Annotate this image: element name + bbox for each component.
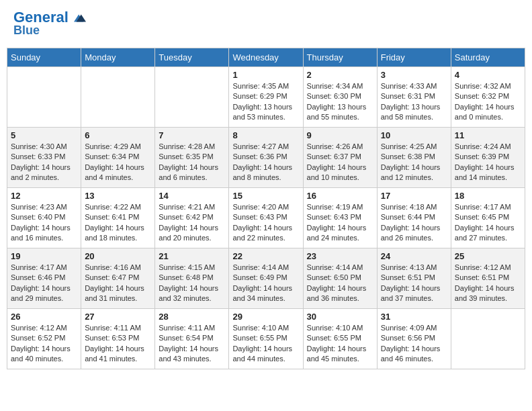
logo-icon: [74, 12, 86, 24]
weekday-header-saturday: Saturday: [451, 48, 525, 67]
day-number: 4: [455, 70, 521, 80]
day-cell: 27Sunrise: 4:11 AMSunset: 6:53 PMDayligh…: [81, 309, 155, 369]
day-cell: 3Sunrise: 4:33 AMSunset: 6:31 PMDaylight…: [377, 67, 451, 128]
week-row-5: 26Sunrise: 4:12 AMSunset: 6:52 PMDayligh…: [7, 309, 525, 369]
day-info: Sunrise: 4:21 AMSunset: 6:42 PMDaylight:…: [159, 202, 225, 244]
day-info: Sunrise: 4:29 AMSunset: 6:34 PMDaylight:…: [85, 142, 151, 183]
day-cell: [7, 67, 81, 128]
day-number: 15: [232, 191, 299, 201]
day-cell: 30Sunrise: 4:10 AMSunset: 6:55 PMDayligh…: [303, 309, 377, 369]
day-number: 22: [232, 251, 299, 261]
day-info: Sunrise: 4:09 AMSunset: 6:56 PMDaylight:…: [381, 323, 447, 365]
day-info: Sunrise: 4:26 AMSunset: 6:37 PMDaylight:…: [307, 142, 373, 183]
logo-blue: Blue: [13, 24, 86, 38]
day-number: 8: [232, 130, 299, 140]
week-row-1: 1Sunrise: 4:35 AMSunset: 6:29 PMDaylight…: [7, 67, 525, 128]
day-cell: 12Sunrise: 4:23 AMSunset: 6:40 PMDayligh…: [7, 188, 81, 248]
day-info: Sunrise: 4:30 AMSunset: 6:33 PMDaylight:…: [11, 142, 77, 183]
day-cell: 28Sunrise: 4:11 AMSunset: 6:54 PMDayligh…: [155, 309, 229, 369]
day-number: 28: [159, 312, 225, 322]
day-number: 2: [307, 70, 373, 80]
day-number: 17: [381, 191, 447, 201]
day-cell: 8Sunrise: 4:27 AMSunset: 6:36 PMDaylight…: [229, 128, 303, 188]
day-info: Sunrise: 4:20 AMSunset: 6:43 PMDaylight:…: [232, 202, 299, 244]
weekday-header-friday: Friday: [377, 48, 451, 67]
day-number: 12: [11, 191, 77, 201]
day-number: 10: [381, 130, 447, 140]
day-cell: 20Sunrise: 4:16 AMSunset: 6:47 PMDayligh…: [81, 248, 155, 309]
day-info: Sunrise: 4:14 AMSunset: 6:50 PMDaylight:…: [307, 263, 373, 304]
day-cell: [451, 309, 525, 369]
day-number: 11: [455, 130, 521, 140]
day-number: 21: [159, 251, 225, 261]
day-cell: 25Sunrise: 4:12 AMSunset: 6:51 PMDayligh…: [451, 248, 525, 309]
day-cell: 14Sunrise: 4:21 AMSunset: 6:42 PMDayligh…: [155, 188, 229, 248]
day-cell: 29Sunrise: 4:10 AMSunset: 6:55 PMDayligh…: [229, 309, 303, 369]
day-number: 16: [307, 191, 373, 201]
day-cell: 13Sunrise: 4:22 AMSunset: 6:41 PMDayligh…: [81, 188, 155, 248]
day-info: Sunrise: 4:17 AMSunset: 6:46 PMDaylight:…: [11, 263, 77, 304]
day-info: Sunrise: 4:16 AMSunset: 6:47 PMDaylight:…: [85, 263, 151, 304]
day-info: Sunrise: 4:33 AMSunset: 6:31 PMDaylight:…: [381, 81, 447, 123]
day-info: Sunrise: 4:18 AMSunset: 6:44 PMDaylight:…: [381, 202, 447, 244]
day-cell: 15Sunrise: 4:20 AMSunset: 6:43 PMDayligh…: [229, 188, 303, 248]
weekday-header-wednesday: Wednesday: [229, 48, 303, 67]
day-number: 9: [307, 130, 373, 140]
day-cell: 22Sunrise: 4:14 AMSunset: 6:49 PMDayligh…: [229, 248, 303, 309]
day-info: Sunrise: 4:19 AMSunset: 6:43 PMDaylight:…: [307, 202, 373, 244]
day-cell: 21Sunrise: 4:15 AMSunset: 6:48 PMDayligh…: [155, 248, 229, 309]
weekday-header-row: SundayMondayTuesdayWednesdayThursdayFrid…: [7, 48, 525, 67]
day-info: Sunrise: 4:25 AMSunset: 6:38 PMDaylight:…: [381, 142, 447, 183]
day-info: Sunrise: 4:15 AMSunset: 6:48 PMDaylight:…: [159, 263, 225, 304]
day-cell: [155, 67, 229, 128]
day-info: Sunrise: 4:24 AMSunset: 6:39 PMDaylight:…: [455, 142, 521, 183]
weekday-header-monday: Monday: [81, 48, 155, 67]
day-cell: 19Sunrise: 4:17 AMSunset: 6:46 PMDayligh…: [7, 248, 81, 309]
day-number: 25: [455, 251, 521, 261]
day-info: Sunrise: 4:10 AMSunset: 6:55 PMDaylight:…: [232, 323, 299, 365]
day-info: Sunrise: 4:27 AMSunset: 6:36 PMDaylight:…: [232, 142, 299, 183]
weekday-header-tuesday: Tuesday: [155, 48, 229, 67]
day-cell: 10Sunrise: 4:25 AMSunset: 6:38 PMDayligh…: [377, 128, 451, 188]
day-info: Sunrise: 4:12 AMSunset: 6:51 PMDaylight:…: [455, 263, 521, 304]
day-number: 7: [159, 130, 225, 140]
day-number: 27: [85, 312, 151, 322]
day-info: Sunrise: 4:23 AMSunset: 6:40 PMDaylight:…: [11, 202, 77, 244]
day-cell: 26Sunrise: 4:12 AMSunset: 6:52 PMDayligh…: [7, 309, 81, 369]
day-info: Sunrise: 4:10 AMSunset: 6:55 PMDaylight:…: [307, 323, 373, 365]
day-cell: 31Sunrise: 4:09 AMSunset: 6:56 PMDayligh…: [377, 309, 451, 369]
day-number: 30: [307, 312, 373, 322]
day-number: 20: [85, 251, 151, 261]
logo: General Blue: [13, 10, 86, 38]
day-number: 5: [11, 130, 77, 140]
week-row-2: 5Sunrise: 4:30 AMSunset: 6:33 PMDaylight…: [7, 128, 525, 188]
week-row-4: 19Sunrise: 4:17 AMSunset: 6:46 PMDayligh…: [7, 248, 525, 309]
day-cell: 4Sunrise: 4:32 AMSunset: 6:32 PMDaylight…: [451, 67, 525, 128]
day-info: Sunrise: 4:13 AMSunset: 6:51 PMDaylight:…: [381, 263, 447, 304]
page-header: General Blue: [7, 7, 525, 41]
weekday-header-thursday: Thursday: [303, 48, 377, 67]
day-cell: 1Sunrise: 4:35 AMSunset: 6:29 PMDaylight…: [229, 67, 303, 128]
day-cell: 5Sunrise: 4:30 AMSunset: 6:33 PMDaylight…: [7, 128, 81, 188]
day-info: Sunrise: 4:17 AMSunset: 6:45 PMDaylight:…: [455, 202, 521, 244]
day-info: Sunrise: 4:34 AMSunset: 6:30 PMDaylight:…: [307, 81, 373, 123]
day-info: Sunrise: 4:11 AMSunset: 6:54 PMDaylight:…: [159, 323, 225, 365]
day-info: Sunrise: 4:32 AMSunset: 6:32 PMDaylight:…: [455, 81, 521, 123]
day-number: 26: [11, 312, 77, 322]
day-cell: 24Sunrise: 4:13 AMSunset: 6:51 PMDayligh…: [377, 248, 451, 309]
day-number: 23: [307, 251, 373, 261]
day-number: 3: [381, 70, 447, 80]
day-number: 6: [85, 130, 151, 140]
day-number: 14: [159, 191, 225, 201]
day-cell: 16Sunrise: 4:19 AMSunset: 6:43 PMDayligh…: [303, 188, 377, 248]
day-info: Sunrise: 4:14 AMSunset: 6:49 PMDaylight:…: [232, 263, 299, 304]
day-cell: 17Sunrise: 4:18 AMSunset: 6:44 PMDayligh…: [377, 188, 451, 248]
day-cell: 18Sunrise: 4:17 AMSunset: 6:45 PMDayligh…: [451, 188, 525, 248]
day-number: 29: [232, 312, 299, 322]
day-cell: 7Sunrise: 4:28 AMSunset: 6:35 PMDaylight…: [155, 128, 229, 188]
day-cell: 6Sunrise: 4:29 AMSunset: 6:34 PMDaylight…: [81, 128, 155, 188]
day-number: 19: [11, 251, 77, 261]
logo-text: General: [13, 10, 86, 25]
day-number: 24: [381, 251, 447, 261]
week-row-3: 12Sunrise: 4:23 AMSunset: 6:40 PMDayligh…: [7, 188, 525, 248]
